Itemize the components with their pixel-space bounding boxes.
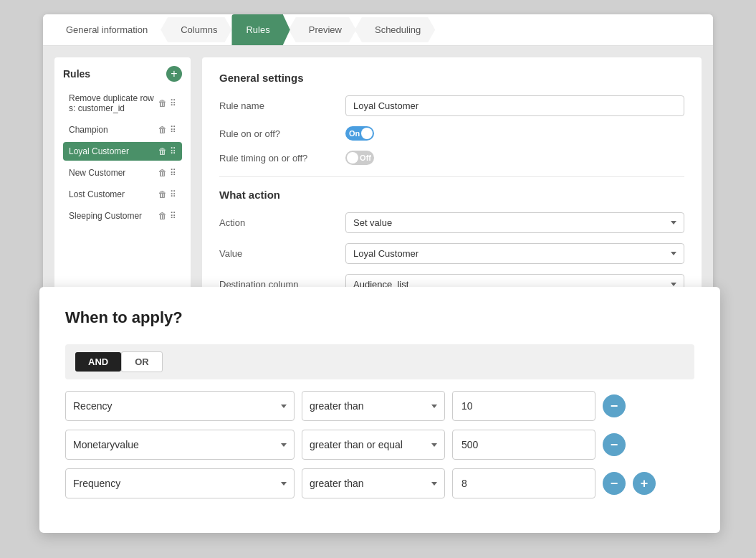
rule-item-label: Sleeping Customer [69,211,158,221]
drag-icon[interactable]: ⠿ [170,168,176,178]
sidebar-item-new-customer[interactable]: New Customer 🗑 ⠿ [63,164,182,182]
condition-row-2: Monetaryvalue greater than or equal − [65,430,694,460]
rule-timing-row: Rule timing on or off? Off [219,151,684,165]
tab-rules[interactable]: Rules [231,14,290,45]
sidebar-header: Rules + [63,66,182,82]
rule-item-label: Remove duplicate row s: customer_id [69,93,158,113]
value-input-1[interactable] [452,391,595,421]
toggle-knob [361,128,373,139]
drag-icon[interactable]: ⠿ [170,189,176,199]
action-select[interactable]: Set value [345,212,684,233]
rule-on-off-label: Rule on or off? [219,128,334,139]
value-row: Value Loyal Customer [219,243,684,264]
operator-select-2[interactable]: greater than or equal [302,430,445,460]
delete-icon[interactable]: 🗑 [158,211,167,221]
and-button[interactable]: AND [75,352,121,372]
rule-item-label: Champion [69,125,158,135]
sidebar-item-lost-customer[interactable]: Lost Customer 🗑 ⠿ [63,185,182,204]
rule-on-off-toggle[interactable]: On [345,126,374,141]
rule-timing-toggle[interactable]: Off [345,151,374,165]
condition-row-3: Frequency greater than − + [65,468,694,498]
when-to-apply-title: When to apply? [65,308,694,327]
delete-icon[interactable]: 🗑 [158,189,167,199]
what-action-title: What action [219,189,684,201]
sidebar-item-sleeping-customer[interactable]: Sleeping Customer 🗑 ⠿ [63,207,182,225]
rule-name-input[interactable] [345,95,684,116]
toggle-knob [347,152,358,164]
delete-icon[interactable]: 🗑 [158,168,167,178]
sidebar-item-remove-duplicates[interactable]: Remove duplicate row s: customer_id 🗑 ⠿ [63,89,182,118]
value-input-3[interactable] [452,468,595,498]
delete-icon[interactable]: 🗑 [158,98,167,108]
main-card: General information Columns Rules Previe… [43,14,713,331]
sidebar: Rules + Remove duplicate row s: customer… [54,57,191,319]
sidebar-item-champion[interactable]: Champion 🗑 ⠿ [63,120,182,139]
settings-panel: General settings Rule name Rule on or of… [202,57,702,319]
tabs-bar: General information Columns Rules Previe… [43,14,713,46]
operator-select-1[interactable]: greater than [302,391,445,421]
field-select-3[interactable]: Frequency [65,468,295,498]
drag-icon[interactable]: ⠿ [170,146,176,156]
when-to-apply-card: When to apply? AND OR Recency greater th… [39,287,720,533]
value-input-2[interactable] [452,430,595,460]
tab-columns[interactable]: Columns [161,17,231,42]
rule-on-off-row: Rule on or off? On [219,126,684,141]
rule-item-label: Loyal Customer [69,146,158,156]
condition-row-1: Recency greater than − [65,391,694,421]
general-settings-title: General settings [219,72,684,84]
value-select[interactable]: Loyal Customer [345,243,684,264]
logic-row: AND OR [65,344,694,379]
value-label: Value [219,248,334,259]
rule-timing-label: Rule timing on or off? [219,153,334,164]
rule-name-row: Rule name [219,95,684,116]
drag-icon[interactable]: ⠿ [170,98,176,108]
remove-condition-2-button[interactable]: − [603,433,626,456]
tab-scheduling[interactable]: Scheduling [355,17,435,42]
action-row: Action Set value [219,212,684,233]
drag-icon[interactable]: ⠿ [170,125,176,135]
tab-preview[interactable]: Preview [289,17,356,42]
add-rule-button[interactable]: + [166,66,182,82]
toggle-on-label: On [349,129,360,138]
field-select-2[interactable]: Monetaryvalue [65,430,295,460]
add-condition-button[interactable]: + [633,472,656,495]
remove-condition-3-button[interactable]: − [603,472,626,495]
sidebar-title: Rules [63,68,90,80]
sidebar-item-loyal-customer[interactable]: Loyal Customer 🗑 ⠿ [63,142,182,161]
rule-item-label: New Customer [69,168,158,178]
rule-item-label: Lost Customer [69,189,158,199]
action-label: Action [219,217,334,228]
field-select-1[interactable]: Recency [65,391,295,421]
divider [219,176,684,177]
tab-general-information[interactable]: General information [54,14,162,45]
drag-icon[interactable]: ⠿ [170,211,176,221]
or-button[interactable]: OR [121,351,163,372]
operator-select-3[interactable]: greater than [302,468,445,498]
delete-icon[interactable]: 🗑 [158,125,167,135]
remove-condition-1-button[interactable]: − [603,394,626,417]
delete-icon[interactable]: 🗑 [158,146,167,156]
rule-name-label: Rule name [219,100,334,111]
toggle-off-label: Off [360,153,371,162]
